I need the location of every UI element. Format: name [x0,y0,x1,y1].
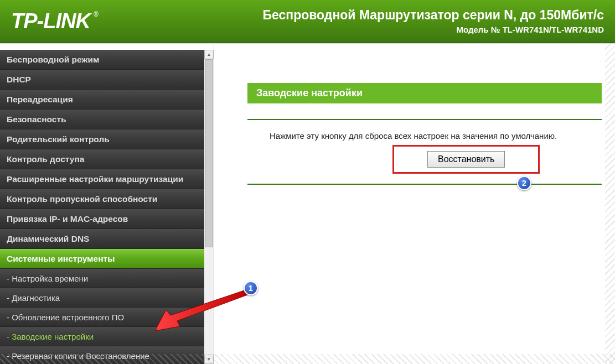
callout-badge-2: 2 [517,176,531,190]
scrollbar-track[interactable] [204,59,214,355]
sidebar-item-forwarding[interactable]: Переадресация [0,90,204,110]
instruction-text: Нажмите эту кнопку для сброса всех настр… [247,131,615,141]
header-text: Беспроводной Маршрутизатор серии N, до 1… [262,8,604,34]
sidebar-item-ddns[interactable]: Динамический DNS [0,229,204,249]
sidebar-item-ip-mac[interactable]: Привязка IP- и MAC-адресов [0,209,204,229]
brand-logo: TP-LINK [11,9,90,33]
panel-title: Заводские настройки [247,83,602,103]
sidebar-item-security[interactable]: Безопасность [0,110,204,129]
scrollbar-thumb[interactable] [205,59,213,247]
callout-badge-1: 1 [244,281,258,295]
sidebar-item-factory-reset[interactable]: - Заводские настройки [0,327,204,346]
sidebar-item-firmware[interactable]: - Обновление встроенного ПО [0,308,204,327]
restore-highlight-box: Восстановить [392,145,540,174]
scroll-up-icon[interactable]: ▲ [204,50,214,59]
sidebar-container: Беспроводной режим DHCP Переадресация Бе… [0,44,214,364]
sidebar-item-backup[interactable]: - Резервная копия и Восстановление [0,346,204,364]
sidebar-scrollbar[interactable]: ▲ ▼ [204,50,214,364]
sidebar-item-dhcp[interactable]: DHCP [0,70,204,90]
sidebar-item-diagnostics[interactable]: - Диагностика [0,288,204,308]
scroll-down-icon[interactable]: ▼ [204,355,214,364]
restore-button[interactable]: Восстановить [427,151,505,168]
model-number: Модель № TL-WR741N/TL-WR741ND [262,25,604,34]
sidebar-item-parental[interactable]: Родительский контроль [0,129,204,149]
divider-top [247,119,602,120]
sidebar-item-system-tools[interactable]: Системные инструменты [0,249,204,269]
sidebar-item-access-control[interactable]: Контроль доступа [0,149,204,169]
sidebar-item-time[interactable]: - Настройка времени [0,269,204,288]
product-title: Беспроводной Маршрутизатор серии N, до 1… [262,8,604,23]
sidebar-item-routing[interactable]: Расширенные настройки маршрутизации [0,169,204,189]
nav-sidebar: Беспроводной режим DHCP Переадресация Бе… [0,50,204,364]
app-header: TP-LINK Беспроводной Маршрутизатор серии… [0,0,615,43]
divider-bottom [247,184,602,185]
main-content: Заводские настройки Нажмите эту кнопку д… [214,44,615,364]
sidebar-item-wireless[interactable]: Беспроводной режим [0,50,204,70]
sidebar-item-bandwidth[interactable]: Контроль пропускной способности [0,189,204,209]
